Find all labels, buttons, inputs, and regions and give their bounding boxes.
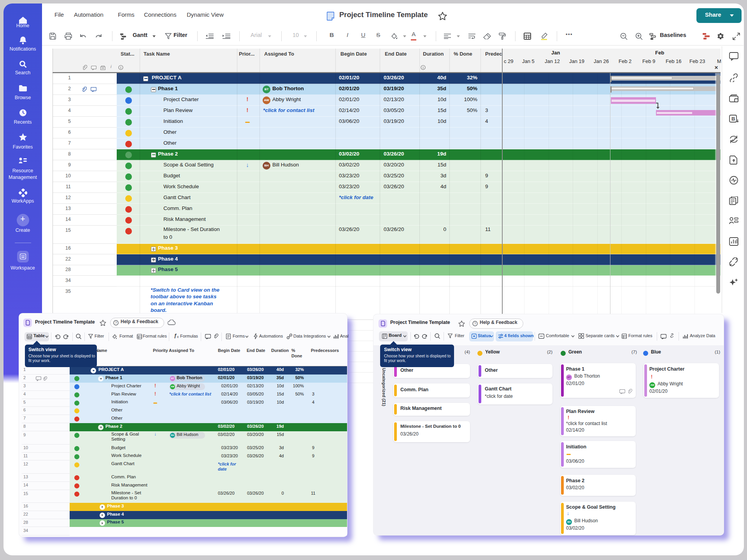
svg-text:B: B	[731, 116, 735, 122]
svg-text:?: ?	[474, 322, 476, 326]
svg-text:?: ?	[115, 321, 117, 325]
